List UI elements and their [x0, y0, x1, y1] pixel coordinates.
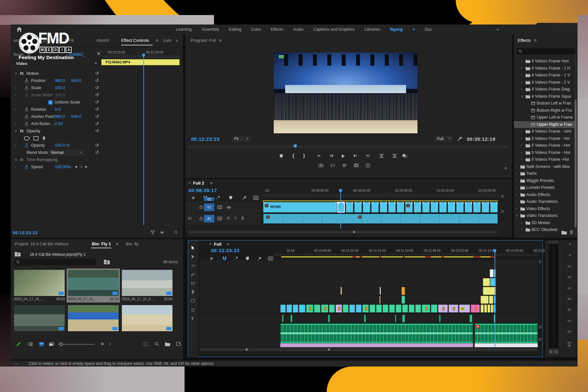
effects-tree-item-5-videos-frame-ver[interactable]: ›5 Videos Frame - Ver	[514, 135, 575, 142]
icon-view-icon[interactable]	[39, 342, 44, 346]
param-value[interactable]: 540.0	[71, 78, 81, 83]
twirl-down-icon[interactable]: ∨	[15, 72, 17, 75]
full2-playhead-line[interactable]	[340, 192, 341, 229]
twirl-down-icon[interactable]: ∨	[516, 214, 518, 217]
clip-a1[interactable]	[282, 315, 284, 322]
param-value[interactable]: 540.0	[71, 114, 81, 119]
clip-v3[interactable]	[483, 287, 496, 295]
twirl-right-icon[interactable]: ›	[516, 193, 517, 196]
add-keyframe-icon[interactable]: ◇	[80, 165, 83, 168]
reset-parameter-icon[interactable]: ↺	[95, 128, 99, 133]
workspace-tab-captions-and-graphics[interactable]: Captions and Graphics	[313, 27, 355, 32]
effects-tree-item-5-videos-frame-hor[interactable]: ›5 Videos Frame - Hor	[514, 142, 575, 149]
program-timecode[interactable]: 00:12:23:23	[191, 136, 220, 142]
keyframe-stopwatch-icon[interactable]	[24, 122, 29, 126]
opacity-pen-mask-icon[interactable]	[42, 136, 46, 141]
full2-v-scroll-dot[interactable]: ⊙	[501, 194, 504, 199]
keyframe-stopwatch-icon[interactable]	[24, 86, 29, 90]
effects-tree-item-upper-left-w-frame[interactable]: Upper Left w Frame	[514, 114, 575, 121]
keyframe-stopwatch-icon[interactable]	[24, 165, 29, 170]
workspace-tab-ngang[interactable]: Ngang	[390, 27, 403, 32]
effects-tree-item-video-transitions[interactable]: ∨Video Transitions	[514, 212, 575, 219]
keyframe-stopwatch-icon[interactable]	[24, 114, 29, 119]
project-clip-cell[interactable]: 2023_04_17_15_0…22:04	[121, 269, 174, 302]
clip-thumbnail-harbor[interactable]	[68, 270, 119, 296]
lift-button[interactable]	[379, 154, 384, 158]
workspace-tab-d-c[interactable]: Dọc	[425, 27, 432, 32]
clip-v1[interactable]	[329, 304, 335, 313]
ec-scroll-dot[interactable]: ⊙	[174, 230, 177, 234]
clip-v1[interactable]	[356, 304, 362, 313]
clip-v4[interactable]	[483, 278, 490, 286]
project-clip-cell[interactable]	[13, 304, 66, 338]
clip-v2[interactable]	[401, 296, 405, 304]
comparison-view-button[interactable]	[402, 154, 407, 158]
reset-parameter-icon[interactable]: ↺	[95, 150, 99, 155]
play-button[interactable]	[341, 154, 345, 158]
keyframe-stopwatch-icon[interactable]	[24, 143, 29, 148]
full2-clip-segment[interactable]	[346, 202, 353, 213]
button-editor-plus[interactable]: +	[504, 165, 507, 172]
multi-view-button[interactable]	[354, 163, 359, 167]
twirl-down-icon[interactable]: ∨	[15, 158, 17, 161]
param-value[interactable]: 0.00	[55, 122, 63, 126]
full2-clip-segment[interactable]	[439, 202, 447, 213]
clip-v1[interactable]	[491, 304, 493, 313]
full2-clip-segment[interactable]	[380, 202, 387, 213]
twirl-right-icon[interactable]: ›	[15, 143, 16, 147]
project-clip-cell[interactable]: 2023_04_17_15_…21:12	[67, 269, 120, 302]
workspace-tab-editing[interactable]: Editing	[229, 27, 241, 32]
twirl-right-icon[interactable]: ›	[521, 137, 522, 140]
go-to-out-button[interactable]	[365, 154, 369, 157]
clip-v1[interactable]	[306, 304, 313, 313]
clip-v3[interactable]	[380, 287, 381, 295]
full2-clip-segment[interactable]	[371, 202, 379, 213]
effects-tree-item-upper-right-w-fran[interactable]: Upper Right w Fran	[514, 121, 575, 128]
effects-tree-item-5-videos-frame-hor[interactable]: ›5 Videos Frame -Hor	[514, 156, 575, 163]
clip-v1[interactable]	[389, 304, 395, 313]
full2-clip-my065[interactable]: fxMY065	[263, 202, 337, 213]
effects-tree-item-4-videos-frame-diag[interactable]: ›4 Videos Frame Diag	[514, 86, 575, 93]
twirl-right-icon[interactable]: ›	[521, 66, 522, 70]
delete-custom-item-icon[interactable]	[569, 230, 573, 235]
full-v-scroll-dot3[interactable]: ⊙	[538, 337, 542, 342]
clip-a1[interactable]	[469, 315, 472, 322]
safe-margins-button[interactable]	[342, 163, 347, 168]
full2-audio-clip[interactable]: fxfx	[263, 214, 498, 224]
clip-v1[interactable]	[299, 304, 305, 313]
clip-v1[interactable]	[487, 304, 490, 313]
clip-thumbnail-beach1[interactable]	[122, 270, 172, 296]
twirl-right-icon[interactable]: ›	[15, 122, 16, 125]
workspace-overflow-button[interactable]: »	[497, 27, 499, 32]
effects-tree-item-video-effects[interactable]: ›Video Effects	[514, 205, 575, 212]
full2-clip-segment[interactable]	[465, 202, 472, 213]
clip-v1[interactable]	[449, 304, 458, 313]
clip-v3[interactable]	[401, 287, 405, 295]
reset-parameter-icon[interactable]: ↺	[95, 85, 99, 90]
effect-name[interactable]: Opacity	[26, 129, 40, 133]
clip-a1[interactable]	[402, 315, 405, 322]
step-forward-button[interactable]	[353, 154, 357, 157]
clip-v5[interactable]	[490, 269, 494, 277]
param-value[interactable]: 0.0	[55, 107, 60, 112]
filter-icon[interactable]	[151, 230, 155, 235]
ec-bottom-timecode[interactable]: 00:12:23:23	[13, 230, 38, 235]
list-view-icon[interactable]	[28, 342, 33, 346]
clip-v1[interactable]	[314, 304, 320, 313]
twirl-right-icon[interactable]: ›	[521, 87, 522, 91]
search-bins-icon[interactable]	[104, 259, 110, 264]
twirl-right-icon[interactable]: ›	[516, 207, 517, 210]
program-tab[interactable]: Program: Full	[190, 38, 216, 43]
writable-icon[interactable]	[16, 342, 21, 347]
effects-tree-item-4-videos-frame-1-v[interactable]: ›4 Videos Frame - 1 V	[514, 72, 575, 79]
clip-a1[interactable]	[328, 315, 330, 322]
clip-a2[interactable]: fx	[475, 323, 538, 343]
next-keyframe-icon[interactable]: ▶	[85, 165, 88, 168]
effects-tree-item-audio-effects[interactable]: ›Audio Effects	[514, 191, 575, 198]
workspace-tab-libraries[interactable]: Libraries	[365, 27, 380, 32]
clip-v1[interactable]	[383, 304, 388, 313]
workspace-tab-learning[interactable]: Learning	[176, 27, 192, 32]
workspace-tab-audio[interactable]: Audio	[293, 27, 303, 32]
sort-icon[interactable]: ≡	[101, 341, 104, 346]
clip-v1[interactable]	[293, 304, 298, 313]
